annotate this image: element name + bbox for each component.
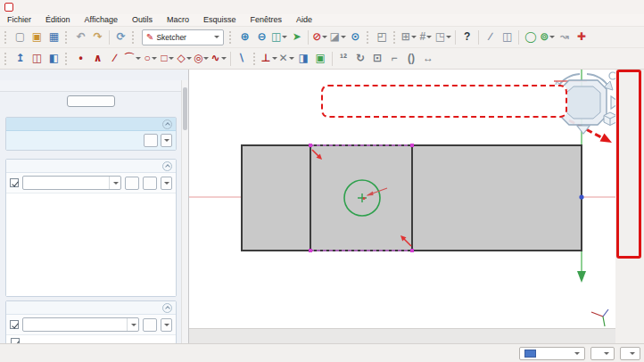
vertex-point[interactable] <box>309 144 312 147</box>
create-polygon-icon[interactable]: ◇ <box>176 50 193 67</box>
rectangular-array-icon[interactable]: ⊡ <box>369 50 386 67</box>
dimensions-select[interactable] <box>620 347 640 360</box>
undo-icon[interactable]: ↶ <box>72 29 89 45</box>
external-geometry-icon[interactable]: ⊥ <box>260 50 278 67</box>
toolbar-grip[interactable] <box>4 53 9 65</box>
toolbar-grip[interactable] <box>229 31 234 44</box>
collapse-section-icon[interactable] <box>162 303 172 313</box>
mirror-sketch-icon[interactable]: ↝ <box>556 29 573 45</box>
refresh-icon[interactable]: ⟳ <box>112 29 129 45</box>
collapse-section-icon[interactable] <box>162 161 172 171</box>
carbon-copy-icon[interactable]: ◨ <box>295 50 312 67</box>
draw-style-icon[interactable]: ◪ <box>328 29 346 45</box>
elements-section-header[interactable] <box>6 301 176 315</box>
elements-visibility-checkbox[interactable] <box>10 320 19 329</box>
menu-item[interactable]: Aide <box>289 14 319 26</box>
menu-item[interactable]: Fichier <box>0 14 38 26</box>
axonometric-view-icon[interactable]: ◰ <box>374 29 391 45</box>
validate-sketch-icon[interactable]: ◯ <box>522 29 539 45</box>
elements-settings-dropdown[interactable] <box>161 318 172 332</box>
vertex-point[interactable] <box>410 144 414 147</box>
maximize-button[interactable] <box>605 0 624 14</box>
edit-sketch-icon[interactable]: ∕ <box>482 29 499 45</box>
snap-icon[interactable]: # <box>417 29 434 45</box>
menu-item[interactable]: Outils <box>125 14 160 26</box>
close-button[interactable] <box>624 0 644 14</box>
create-arc-icon[interactable]: ⌒ <box>123 50 142 67</box>
toolbar-grip[interactable] <box>393 31 398 44</box>
map-sketch-icon[interactable]: ◫ <box>499 29 516 45</box>
new-file-icon[interactable]: ▢ <box>12 29 29 45</box>
element-row[interactable] <box>6 335 176 343</box>
create-circle-icon[interactable]: ○ <box>142 50 159 67</box>
render-order-icon[interactable]: ◳ <box>434 29 452 45</box>
constraints-settings-dropdown[interactable] <box>161 177 172 190</box>
bspline-info-icon[interactable]: ▣ <box>312 50 329 67</box>
toolbar-grip[interactable] <box>367 31 371 44</box>
minimize-button[interactable] <box>585 0 605 14</box>
zoom-selection-icon[interactable]: ⊙ <box>347 29 364 45</box>
constraints-visibility-checkbox[interactable] <box>10 178 19 187</box>
move-icon[interactable]: ↔ <box>420 50 437 67</box>
vertex-point[interactable] <box>410 249 414 252</box>
show-hide-constraints-button[interactable] <box>125 177 139 190</box>
navigation-style-select[interactable] <box>590 347 615 360</box>
auto-update-button[interactable] <box>144 134 158 147</box>
color-indicator-select[interactable] <box>519 347 585 360</box>
toolbar-grip[interactable] <box>132 31 136 44</box>
fit-all-icon[interactable]: ◫ <box>270 29 288 45</box>
create-conic-icon[interactable]: ◎ <box>193 50 210 67</box>
constraints-settings-button[interactable] <box>143 177 157 190</box>
toolbar-grip[interactable] <box>253 53 258 65</box>
sync-view-icon[interactable]: ➤ <box>288 29 305 45</box>
clipping-plane-icon[interactable]: ⊘ <box>311 29 328 45</box>
zoom-out-icon[interactable]: ⊖ <box>253 29 270 45</box>
sketch-attachment-icon[interactable]: ✚ <box>573 29 590 45</box>
view-section-icon[interactable]: ◫ <box>29 50 45 67</box>
open-file-icon[interactable]: ▣ <box>29 29 45 45</box>
origin-point[interactable] <box>579 194 583 199</box>
toolbar-grip[interactable] <box>65 31 70 44</box>
menu-item[interactable]: Édition <box>38 14 78 26</box>
toolbar-grip[interactable] <box>4 31 9 44</box>
save-icon[interactable]: ▦ <box>45 29 62 45</box>
trim-edge-icon[interactable]: ✕ <box>278 50 295 67</box>
create-line-icon[interactable]: ∕ <box>106 50 123 67</box>
whats-this-icon[interactable]: ? <box>458 29 475 45</box>
workbench-selector[interactable]: ✎Sketcher <box>142 29 224 45</box>
vertex-point[interactable] <box>309 249 312 252</box>
leave-sketch-icon[interactable]: ↥ <box>12 50 29 67</box>
menu-item[interactable]: Affichage <box>78 14 125 26</box>
constraints-filter-select[interactable] <box>22 176 121 190</box>
menu-item[interactable]: Macro <box>160 14 196 26</box>
redo-icon[interactable]: ↷ <box>89 29 106 45</box>
extend-edge-icon[interactable]: ⌐ <box>386 50 403 67</box>
grid-icon[interactable]: ⊞ <box>400 29 417 45</box>
3d-viewport[interactable] <box>189 70 615 328</box>
menu-item[interactable]: Fenêtres <box>243 14 289 26</box>
scrollbar-thumb[interactable] <box>183 87 187 130</box>
create-bspline-icon[interactable]: ∿ <box>210 50 227 67</box>
view-sketch-icon[interactable]: ◧ <box>45 50 62 67</box>
circle-center-point[interactable] <box>363 197 366 200</box>
symmetry-icon[interactable]: () <box>403 50 420 67</box>
convert-bspline-icon[interactable]: ↻ <box>352 50 369 67</box>
constraints-section-header[interactable] <box>6 160 176 173</box>
create-point-icon[interactable]: • <box>72 50 89 67</box>
elements-filter-select[interactable] <box>22 317 139 332</box>
navcube-menu-icon[interactable] <box>609 72 615 79</box>
select-dof-icon[interactable]: ¹² <box>335 50 352 67</box>
toolbar-grip[interactable] <box>65 53 70 65</box>
close-task-button[interactable] <box>67 95 115 107</box>
panel-scrollbar[interactable] <box>181 80 188 343</box>
elements-settings-button[interactable] <box>143 318 157 332</box>
menu-item[interactable]: Esquisse <box>196 14 244 26</box>
create-polyline-icon[interactable]: ∧ <box>89 50 106 67</box>
solver-section-header[interactable] <box>6 118 176 131</box>
zoom-in-icon[interactable]: ⊕ <box>236 29 253 45</box>
create-rectangle-icon[interactable]: □ <box>159 50 176 67</box>
collapse-section-icon[interactable] <box>162 119 172 129</box>
toggle-construction-icon[interactable]: ∖ <box>234 50 251 67</box>
solver-options-dropdown[interactable] <box>161 134 172 147</box>
merge-sketches-icon[interactable]: ⊚ <box>539 29 556 45</box>
